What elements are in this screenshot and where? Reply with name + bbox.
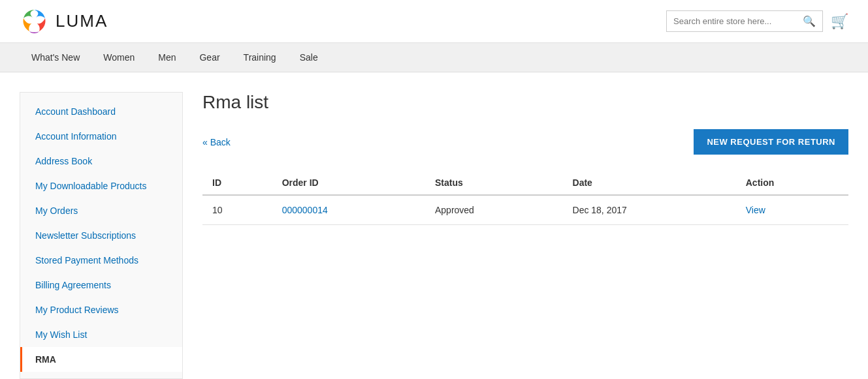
cart-icon[interactable]: 🛒 xyxy=(831,13,848,30)
col-date: Date xyxy=(563,171,736,195)
search-icon[interactable]: 🔍 xyxy=(803,15,816,27)
sidebar-item-my-wish-list[interactable]: My Wish List xyxy=(20,322,182,347)
order-id-link[interactable]: 000000014 xyxy=(282,205,328,215)
rma-table: ID Order ID Status Date Action 10 000000… xyxy=(202,171,848,225)
col-order-id: Order ID xyxy=(272,171,425,195)
sidebar: Account Dashboard Account Information Ad… xyxy=(20,92,183,379)
col-id: ID xyxy=(202,171,272,195)
site-header: LUMA 🔍 🛒 xyxy=(0,0,868,43)
cell-action: View xyxy=(736,195,848,225)
new-request-button[interactable]: NEW REQUEST FOR RETURN xyxy=(694,129,848,155)
logo-text: LUMA xyxy=(56,11,108,31)
sidebar-item-account-information[interactable]: Account Information xyxy=(20,124,182,149)
svg-point-1 xyxy=(31,18,39,25)
nav-item-men[interactable]: Men xyxy=(146,43,187,72)
search-box[interactable]: 🔍 xyxy=(666,10,823,32)
view-link[interactable]: View xyxy=(746,205,765,215)
nav-item-whats-new[interactable]: What's New xyxy=(20,43,91,72)
sidebar-item-account-dashboard[interactable]: Account Dashboard xyxy=(20,99,182,124)
table-row: 10 000000014 Approved Dec 18, 2017 View xyxy=(202,195,848,225)
col-action: Action xyxy=(736,171,848,195)
main-content: Account Dashboard Account Information Ad… xyxy=(0,72,868,379)
page-title: Rma list xyxy=(202,92,848,113)
sidebar-item-my-product-reviews[interactable]: My Product Reviews xyxy=(20,297,182,322)
sidebar-item-billing-agreements[interactable]: Billing Agreements xyxy=(20,273,182,297)
sidebar-item-stored-payment-methods[interactable]: Stored Payment Methods xyxy=(20,248,182,273)
cell-id: 10 xyxy=(202,195,272,225)
sidebar-item-my-orders[interactable]: My Orders xyxy=(20,198,182,223)
content-header: « Back NEW REQUEST FOR RETURN xyxy=(202,129,848,155)
sidebar-item-rma[interactable]: RMA xyxy=(20,347,182,372)
nav-item-sale[interactable]: Sale xyxy=(288,43,330,72)
logo-icon xyxy=(20,7,49,36)
main-nav: What's New Women Men Gear Training Sale xyxy=(0,43,868,72)
search-input[interactable] xyxy=(673,16,803,26)
cell-date: Dec 18, 2017 xyxy=(563,195,736,225)
sidebar-item-address-book[interactable]: Address Book xyxy=(20,149,182,174)
page-content: Rma list « Back NEW REQUEST FOR RETURN I… xyxy=(202,92,848,379)
sidebar-item-downloadable-products[interactable]: My Downloadable Products xyxy=(20,174,182,198)
cell-status: Approved xyxy=(425,195,563,225)
nav-item-women[interactable]: Women xyxy=(91,43,146,72)
header-right: 🔍 🛒 xyxy=(666,10,848,32)
nav-item-training[interactable]: Training xyxy=(232,43,288,72)
col-status: Status xyxy=(425,171,563,195)
nav-item-gear[interactable]: Gear xyxy=(187,43,231,72)
table-header-row: ID Order ID Status Date Action xyxy=(202,171,848,195)
cell-order-id: 000000014 xyxy=(272,195,425,225)
logo[interactable]: LUMA xyxy=(20,7,108,36)
back-link[interactable]: « Back xyxy=(202,137,231,147)
sidebar-item-newsletter-subscriptions[interactable]: Newsletter Subscriptions xyxy=(20,223,182,248)
